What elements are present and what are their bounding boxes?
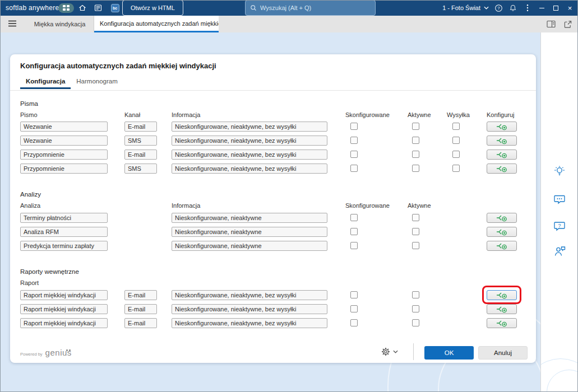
aktywne-checkbox[interactable] <box>412 214 419 221</box>
konfiguruj-button[interactable] <box>487 290 517 300</box>
raport-field[interactable]: Raport miękkiej windykacji <box>20 304 108 314</box>
kanal-field[interactable]: E-mail <box>124 122 157 132</box>
informacja-field[interactable]: Nieskonfigurowane, nieaktywne, bez wysył… <box>172 150 327 160</box>
konfiguruj-button[interactable] <box>487 213 517 223</box>
wysylka-checkbox[interactable] <box>452 165 460 172</box>
konfiguruj-button[interactable] <box>487 304 517 314</box>
divider <box>413 343 414 360</box>
konfiguruj-button[interactable] <box>487 164 517 174</box>
pismo-field[interactable]: Wezwanie <box>20 136 108 146</box>
settings-menu-button[interactable] <box>381 347 398 356</box>
informacja-field[interactable]: Nieskonfigurowane, nieaktywne, bez wysył… <box>172 122 327 132</box>
konfiguruj-button[interactable] <box>487 241 517 251</box>
kanal-field[interactable]: SMS <box>124 164 157 174</box>
skonfigurowane-checkbox[interactable] <box>350 123 358 130</box>
aktywne-checkbox[interactable] <box>412 137 419 144</box>
close-button[interactable]: × <box>563 0 577 16</box>
global-search[interactable] <box>245 0 376 16</box>
help-chat-button[interactable]: ? <box>553 220 566 233</box>
informacja-field[interactable]: Nieskonfigurowane, nieaktywne, bez wysył… <box>172 318 327 328</box>
analiza-field[interactable]: Predykcja terminu zapłaty <box>20 241 108 251</box>
informacja-field[interactable]: Nieskonfigurowane, nieaktywne <box>172 227 327 237</box>
apps-chip-button[interactable] <box>58 0 74 16</box>
open-in-html-button[interactable]: Otwórz w HTML <box>122 0 183 16</box>
wysylka-checkbox[interactable] <box>452 137 460 144</box>
informacja-field[interactable]: Nieskonfigurowane, nieaktywne, bez wysył… <box>172 290 327 300</box>
cancel-button[interactable]: Anuluj <box>478 346 528 360</box>
maximize-button[interactable] <box>549 0 563 16</box>
raport-field[interactable]: Raport miękkiej windykacji <box>20 318 108 328</box>
informacja-field[interactable]: Nieskonfigurowane, nieaktywne <box>172 213 327 223</box>
aktywne-checkbox[interactable] <box>412 165 419 172</box>
skonfigurowane-checkbox[interactable] <box>350 151 358 158</box>
tab-konfiguracja[interactable]: Konfiguracja <box>20 74 71 89</box>
maximize-icon <box>553 6 558 11</box>
ok-button[interactable]: OK <box>424 346 474 360</box>
hamburger-menu-button[interactable] <box>8 20 17 27</box>
kanal-field[interactable]: E-mail <box>124 290 157 300</box>
kanal-field[interactable]: E-mail <box>124 304 157 314</box>
skonfigurowane-checkbox[interactable] <box>350 137 358 144</box>
home-button[interactable] <box>75 0 90 16</box>
wysylka-checkbox[interactable] <box>452 151 460 158</box>
titlebar: softlab anywhere bc Otwórz w HTML 1 - Fo… <box>0 0 578 16</box>
informacja-field[interactable]: Nieskonfigurowane, nieaktywne, bez wysył… <box>172 136 327 146</box>
contact-button[interactable] <box>553 245 566 258</box>
skonfigurowane-checkbox[interactable] <box>350 228 358 235</box>
dialog-tabs: Konfiguracja Harmonogram <box>20 74 123 89</box>
informacja-field[interactable]: Nieskonfigurowane, nieaktywne <box>172 241 327 251</box>
table-row: Terminy płatności Nieskonfigurowane, nie… <box>10 213 536 223</box>
minimize-button[interactable] <box>535 0 549 16</box>
aktywne-checkbox[interactable] <box>412 242 419 249</box>
news-button[interactable] <box>91 0 105 16</box>
configuration-dialog: Konfiguracja automatycznych zadań miękki… <box>10 54 536 363</box>
feedback-button[interactable] <box>553 193 566 206</box>
tab-harmonogram[interactable]: Harmonogram <box>71 74 123 89</box>
raport-field[interactable]: Raport miękkiej windykacji <box>20 290 108 300</box>
aktywne-checkbox[interactable] <box>412 305 419 312</box>
skonfigurowane-checkbox[interactable] <box>350 291 358 298</box>
skonfigurowane-checkbox[interactable] <box>350 319 358 326</box>
konfiguruj-button[interactable] <box>487 318 517 328</box>
bc-button[interactable]: bc <box>108 0 122 16</box>
tab-miekka-windykacja[interactable]: Miękka windykacja <box>26 16 94 32</box>
aktywne-checkbox[interactable] <box>412 151 419 158</box>
search-input[interactable] <box>260 4 371 11</box>
konfiguruj-button[interactable] <box>487 150 517 160</box>
app-name: softlab anywhere <box>6 0 59 16</box>
aktywne-checkbox[interactable] <box>412 291 419 298</box>
company-selector[interactable]: 1 - Foto Świat <box>440 0 491 16</box>
panels-button[interactable] <box>547 20 556 28</box>
tab-konfiguracja-zadan[interactable]: Konfiguracja automatycznych zadań miękki… <box>94 16 219 32</box>
konfiguruj-button[interactable] <box>487 227 517 237</box>
pismo-field[interactable]: Przypomnienie <box>20 150 108 160</box>
konfiguruj-button[interactable] <box>487 122 517 132</box>
konfiguruj-button[interactable] <box>487 136 517 146</box>
wysylka-checkbox[interactable] <box>452 123 460 130</box>
aktywne-checkbox[interactable] <box>412 123 419 130</box>
kanal-field[interactable]: E-mail <box>124 318 157 328</box>
informacja-field[interactable]: Nieskonfigurowane, nieaktywne, bez wysył… <box>172 304 327 314</box>
notifications-button[interactable] <box>506 0 520 16</box>
help-button[interactable]: ? <box>491 0 506 16</box>
configure-icon <box>496 151 508 158</box>
skonfigurowane-checkbox[interactable] <box>350 165 358 172</box>
analiza-field[interactable]: Analiza RFM <box>20 227 108 237</box>
pismo-field[interactable]: Wezwanie <box>20 122 108 132</box>
skonfigurowane-checkbox[interactable] <box>350 242 358 249</box>
analiza-field[interactable]: Terminy płatności <box>20 213 108 223</box>
kanal-field[interactable]: SMS <box>124 136 157 146</box>
share-button[interactable] <box>563 20 572 29</box>
skonfigurowane-checkbox[interactable] <box>350 305 358 312</box>
overflow-menu-button[interactable] <box>520 0 535 16</box>
kanal-field[interactable]: E-mail <box>124 150 157 160</box>
insights-button[interactable] <box>553 165 566 178</box>
aktywne-checkbox[interactable] <box>412 319 419 326</box>
skonfigurowane-checkbox[interactable] <box>350 214 358 221</box>
informacja-field[interactable]: Nieskonfigurowane, nieaktywne, bez wysył… <box>172 164 327 174</box>
pismo-field[interactable]: Przypomnienie <box>20 164 108 174</box>
kebab-icon <box>526 4 529 12</box>
aktywne-checkbox[interactable] <box>412 228 419 235</box>
configure-icon <box>496 319 508 327</box>
help-icon: ? <box>494 4 503 12</box>
